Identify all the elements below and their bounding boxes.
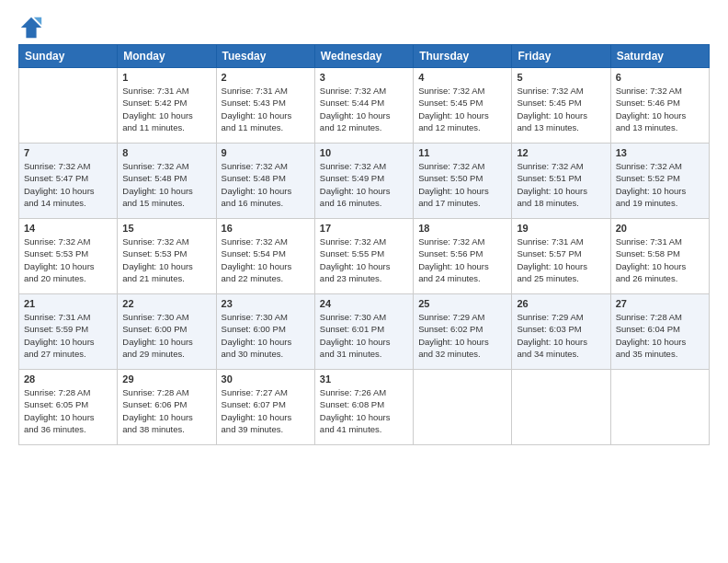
day-info: Sunrise: 7:32 AM Sunset: 5:50 PM Dayligh… xyxy=(418,160,506,209)
day-number: 12 xyxy=(517,147,605,158)
day-info: Sunrise: 7:30 AM Sunset: 6:00 PM Dayligh… xyxy=(222,311,310,360)
day-number: 22 xyxy=(122,298,210,309)
day-info: Sunrise: 7:32 AM Sunset: 5:48 PM Dayligh… xyxy=(222,160,310,209)
calendar-cell: 12Sunrise: 7:32 AM Sunset: 5:51 PM Dayli… xyxy=(512,144,610,219)
calendar-cell: 3Sunrise: 7:32 AM Sunset: 5:44 PM Daylig… xyxy=(314,68,413,144)
day-number: 11 xyxy=(418,147,506,158)
day-number: 19 xyxy=(517,223,605,234)
calendar-cell: 18Sunrise: 7:32 AM Sunset: 5:56 PM Dayli… xyxy=(414,219,512,294)
calendar-cell xyxy=(512,370,610,445)
calendar-cell xyxy=(19,68,118,144)
calendar-cell: 19Sunrise: 7:31 AM Sunset: 5:57 PM Dayli… xyxy=(512,219,610,294)
day-info: Sunrise: 7:30 AM Sunset: 6:00 PM Dayligh… xyxy=(122,311,210,360)
header-row: SundayMondayTuesdayWednesdayThursdayFrid… xyxy=(19,45,710,68)
day-info: Sunrise: 7:32 AM Sunset: 5:53 PM Dayligh… xyxy=(122,236,210,284)
day-info: Sunrise: 7:32 AM Sunset: 5:52 PM Dayligh… xyxy=(616,160,704,209)
day-number: 10 xyxy=(320,147,408,158)
calendar-cell: 5Sunrise: 7:32 AM Sunset: 5:45 PM Daylig… xyxy=(512,68,610,144)
day-number: 7 xyxy=(24,147,112,158)
day-number: 23 xyxy=(222,298,310,309)
day-number: 3 xyxy=(320,72,408,83)
day-number: 2 xyxy=(222,72,310,83)
day-info: Sunrise: 7:32 AM Sunset: 5:53 PM Dayligh… xyxy=(24,236,112,284)
calendar-cell: 13Sunrise: 7:32 AM Sunset: 5:52 PM Dayli… xyxy=(610,144,709,219)
weekday-header: Saturday xyxy=(610,45,709,68)
day-number: 9 xyxy=(222,147,310,158)
day-number: 13 xyxy=(616,147,704,158)
calendar-cell: 24Sunrise: 7:30 AM Sunset: 6:01 PM Dayli… xyxy=(314,294,413,370)
day-number: 28 xyxy=(24,373,112,385)
calendar-cell: 21Sunrise: 7:31 AM Sunset: 5:59 PM Dayli… xyxy=(19,294,118,370)
weekday-header: Tuesday xyxy=(216,45,314,68)
calendar-cell: 4Sunrise: 7:32 AM Sunset: 5:45 PM Daylig… xyxy=(414,68,512,144)
calendar-cell: 11Sunrise: 7:32 AM Sunset: 5:50 PM Dayli… xyxy=(414,144,512,219)
logo-icon xyxy=(18,15,44,40)
day-number: 17 xyxy=(320,223,408,234)
calendar-cell xyxy=(414,370,512,445)
calendar-week: 28Sunrise: 7:28 AM Sunset: 6:05 PM Dayli… xyxy=(19,370,710,445)
calendar-week: 1Sunrise: 7:31 AM Sunset: 5:42 PM Daylig… xyxy=(19,68,710,144)
day-number: 20 xyxy=(616,223,704,234)
calendar-cell: 28Sunrise: 7:28 AM Sunset: 6:05 PM Dayli… xyxy=(19,370,118,445)
day-info: Sunrise: 7:28 AM Sunset: 6:04 PM Dayligh… xyxy=(616,311,704,360)
day-number: 26 xyxy=(517,298,605,309)
day-number: 8 xyxy=(122,147,210,158)
calendar-cell: 27Sunrise: 7:28 AM Sunset: 6:04 PM Dayli… xyxy=(610,294,709,370)
day-number: 31 xyxy=(320,373,408,385)
calendar-cell: 14Sunrise: 7:32 AM Sunset: 5:53 PM Dayli… xyxy=(19,219,118,294)
day-info: Sunrise: 7:28 AM Sunset: 6:05 PM Dayligh… xyxy=(24,386,112,435)
day-info: Sunrise: 7:32 AM Sunset: 5:54 PM Dayligh… xyxy=(222,236,310,284)
weekday-header: Monday xyxy=(118,45,216,68)
calendar-cell: 6Sunrise: 7:32 AM Sunset: 5:46 PM Daylig… xyxy=(610,68,709,144)
day-number: 30 xyxy=(222,373,310,385)
calendar-week: 14Sunrise: 7:32 AM Sunset: 5:53 PM Dayli… xyxy=(19,219,710,294)
calendar-cell: 29Sunrise: 7:28 AM Sunset: 6:06 PM Dayli… xyxy=(118,370,216,445)
day-info: Sunrise: 7:32 AM Sunset: 5:49 PM Dayligh… xyxy=(320,160,408,209)
calendar-week: 7Sunrise: 7:32 AM Sunset: 5:47 PM Daylig… xyxy=(19,144,710,219)
calendar-table: SundayMondayTuesdayWednesdayThursdayFrid… xyxy=(18,44,710,445)
day-number: 5 xyxy=(517,72,605,83)
weekday-header: Thursday xyxy=(414,45,512,68)
calendar-week: 21Sunrise: 7:31 AM Sunset: 5:59 PM Dayli… xyxy=(19,294,710,370)
day-info: Sunrise: 7:30 AM Sunset: 6:01 PM Dayligh… xyxy=(320,311,408,360)
day-info: Sunrise: 7:29 AM Sunset: 6:03 PM Dayligh… xyxy=(517,311,605,360)
weekday-header: Wednesday xyxy=(314,45,413,68)
day-info: Sunrise: 7:32 AM Sunset: 5:48 PM Dayligh… xyxy=(122,160,210,209)
logo xyxy=(18,15,48,40)
weekday-header: Sunday xyxy=(19,45,118,68)
day-number: 4 xyxy=(418,72,506,83)
calendar-cell: 17Sunrise: 7:32 AM Sunset: 5:55 PM Dayli… xyxy=(314,219,413,294)
day-info: Sunrise: 7:28 AM Sunset: 6:06 PM Dayligh… xyxy=(122,386,210,435)
day-number: 24 xyxy=(320,298,408,309)
calendar-cell: 22Sunrise: 7:30 AM Sunset: 6:00 PM Dayli… xyxy=(118,294,216,370)
day-info: Sunrise: 7:31 AM Sunset: 5:42 PM Dayligh… xyxy=(122,85,210,133)
day-info: Sunrise: 7:31 AM Sunset: 5:59 PM Dayligh… xyxy=(24,311,112,360)
header xyxy=(18,15,710,40)
calendar-cell: 23Sunrise: 7:30 AM Sunset: 6:00 PM Dayli… xyxy=(216,294,314,370)
day-info: Sunrise: 7:32 AM Sunset: 5:51 PM Dayligh… xyxy=(517,160,605,209)
calendar-cell: 30Sunrise: 7:27 AM Sunset: 6:07 PM Dayli… xyxy=(216,370,314,445)
calendar-cell: 31Sunrise: 7:26 AM Sunset: 6:08 PM Dayli… xyxy=(314,370,413,445)
day-info: Sunrise: 7:32 AM Sunset: 5:44 PM Dayligh… xyxy=(320,85,408,133)
calendar-cell: 1Sunrise: 7:31 AM Sunset: 5:42 PM Daylig… xyxy=(118,68,216,144)
day-info: Sunrise: 7:31 AM Sunset: 5:43 PM Dayligh… xyxy=(222,85,310,133)
day-number: 27 xyxy=(616,298,704,309)
calendar-cell: 25Sunrise: 7:29 AM Sunset: 6:02 PM Dayli… xyxy=(414,294,512,370)
day-number: 15 xyxy=(122,223,210,234)
day-info: Sunrise: 7:32 AM Sunset: 5:56 PM Dayligh… xyxy=(418,236,506,284)
calendar-cell: 9Sunrise: 7:32 AM Sunset: 5:48 PM Daylig… xyxy=(216,144,314,219)
calendar-cell: 2Sunrise: 7:31 AM Sunset: 5:43 PM Daylig… xyxy=(216,68,314,144)
page-container: SundayMondayTuesdayWednesdayThursdayFrid… xyxy=(0,0,728,454)
day-number: 21 xyxy=(24,298,112,309)
day-info: Sunrise: 7:32 AM Sunset: 5:45 PM Dayligh… xyxy=(517,85,605,133)
calendar-cell: 8Sunrise: 7:32 AM Sunset: 5:48 PM Daylig… xyxy=(118,144,216,219)
day-info: Sunrise: 7:31 AM Sunset: 5:57 PM Dayligh… xyxy=(517,236,605,284)
day-number: 14 xyxy=(24,223,112,234)
day-info: Sunrise: 7:32 AM Sunset: 5:45 PM Dayligh… xyxy=(418,85,506,133)
calendar-cell: 7Sunrise: 7:32 AM Sunset: 5:47 PM Daylig… xyxy=(19,144,118,219)
day-number: 29 xyxy=(122,373,210,385)
day-number: 25 xyxy=(418,298,506,309)
calendar-cell: 15Sunrise: 7:32 AM Sunset: 5:53 PM Dayli… xyxy=(118,219,216,294)
calendar-cell: 16Sunrise: 7:32 AM Sunset: 5:54 PM Dayli… xyxy=(216,219,314,294)
calendar-cell xyxy=(610,370,709,445)
